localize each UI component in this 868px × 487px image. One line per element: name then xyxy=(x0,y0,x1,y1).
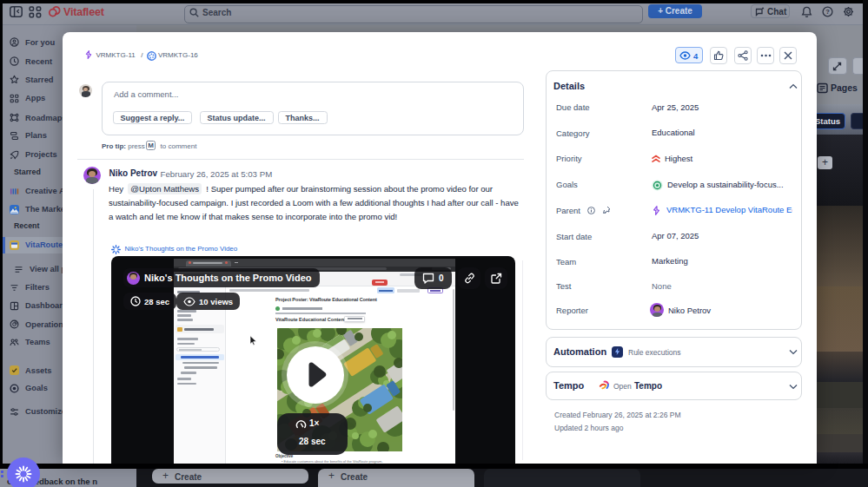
svg-text:?: ? xyxy=(825,8,830,16)
